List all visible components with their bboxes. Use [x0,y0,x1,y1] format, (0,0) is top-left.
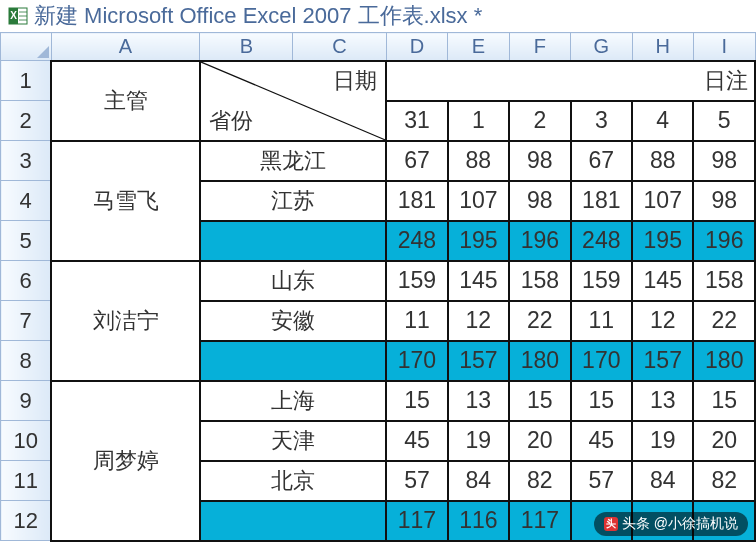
cell-value[interactable]: 98 [693,181,755,221]
cell-total[interactable]: 116 [448,501,509,541]
cell-value[interactable]: 158 [693,261,755,301]
cell-province[interactable]: 江苏 [200,181,387,221]
cell-province[interactable]: 山东 [200,261,387,301]
cell-day[interactable]: 4 [632,101,693,141]
row-header-11[interactable]: 11 [1,461,52,501]
row-header-8[interactable]: 8 [1,341,52,381]
cell-value[interactable]: 22 [509,301,570,341]
cell-value[interactable]: 67 [386,141,447,181]
cell-total-blank[interactable] [200,501,387,541]
cell-supervisor-name[interactable]: 刘洁宁 [51,261,199,381]
cell-province[interactable]: 北京 [200,461,387,501]
cell-province[interactable]: 黑龙江 [200,141,387,181]
cell-value[interactable]: 45 [571,421,632,461]
cell-value[interactable]: 82 [693,461,755,501]
col-header-F[interactable]: F [509,33,570,61]
cell-diagonal-header[interactable]: 日期 省份 [200,61,387,141]
cell-value[interactable]: 12 [632,301,693,341]
cell-value[interactable]: 11 [571,301,632,341]
col-header-I[interactable]: I [693,33,755,61]
cell-value[interactable]: 12 [448,301,509,341]
cell-total[interactable]: 117 [509,501,570,541]
cell-value[interactable]: 57 [386,461,447,501]
table-row[interactable]: 1 主管 日期 省份 日注 [1,61,756,101]
cell-value[interactable]: 98 [693,141,755,181]
cell-value[interactable]: 15 [509,381,570,421]
cell-value[interactable]: 11 [386,301,447,341]
cell-value[interactable]: 88 [632,141,693,181]
cell-total[interactable]: 157 [632,341,693,381]
cell-total[interactable]: 195 [448,221,509,261]
cell-value[interactable]: 45 [386,421,447,461]
cell-value[interactable]: 15 [693,381,755,421]
cell-value[interactable]: 98 [509,141,570,181]
select-all-corner[interactable] [1,33,52,61]
cell-day[interactable]: 31 [386,101,447,141]
cell-total[interactable]: 170 [386,341,447,381]
row-header-12[interactable]: 12 [1,501,52,541]
cell-day[interactable]: 2 [509,101,570,141]
col-header-B[interactable]: B [200,33,293,61]
row-header-2[interactable]: 2 [1,101,52,141]
cell-day[interactable]: 1 [448,101,509,141]
row-header-9[interactable]: 9 [1,381,52,421]
table-row[interactable]: 3 马雪飞 黑龙江 67 88 98 67 88 98 [1,141,756,181]
cell-value[interactable]: 88 [448,141,509,181]
row-header-4[interactable]: 4 [1,181,52,221]
cell-value[interactable]: 15 [571,381,632,421]
cell-total[interactable]: 196 [509,221,570,261]
col-header-A[interactable]: A [51,33,199,61]
col-header-H[interactable]: H [632,33,693,61]
row-header-3[interactable]: 3 [1,141,52,181]
cell-day[interactable]: 3 [571,101,632,141]
cell-value[interactable]: 57 [571,461,632,501]
cell-value[interactable]: 98 [509,181,570,221]
spreadsheet-grid[interactable]: A B C D E F G H I 1 主管 日期 省份 日注 2 31 1 [0,32,756,542]
cell-supervisor-name[interactable]: 周梦婷 [51,381,199,541]
cell-province[interactable]: 天津 [200,421,387,461]
cell-value[interactable]: 84 [632,461,693,501]
cell-total[interactable]: 195 [632,221,693,261]
cell-total[interactable]: 170 [571,341,632,381]
cell-value[interactable]: 159 [386,261,447,301]
cell-right-label[interactable]: 日注 [386,61,755,101]
table-row[interactable]: 6 刘洁宁 山东 159 145 158 159 145 158 [1,261,756,301]
cell-total[interactable]: 196 [693,221,755,261]
cell-value[interactable]: 181 [386,181,447,221]
cell-value[interactable]: 20 [509,421,570,461]
row-header-5[interactable]: 5 [1,221,52,261]
cell-total[interactable]: 180 [693,341,755,381]
cell-value[interactable]: 22 [693,301,755,341]
cell-value[interactable]: 84 [448,461,509,501]
row-header-1[interactable]: 1 [1,61,52,101]
cell-value[interactable]: 145 [448,261,509,301]
cell-value[interactable]: 13 [632,381,693,421]
cell-value[interactable]: 67 [571,141,632,181]
cell-value[interactable]: 107 [448,181,509,221]
cell-province[interactable]: 上海 [200,381,387,421]
cell-value[interactable]: 107 [632,181,693,221]
col-header-G[interactable]: G [571,33,632,61]
column-header-row[interactable]: A B C D E F G H I [1,33,756,61]
cell-value[interactable]: 145 [632,261,693,301]
cell-value[interactable]: 19 [448,421,509,461]
cell-value[interactable]: 20 [693,421,755,461]
row-header-10[interactable]: 10 [1,421,52,461]
row-header-7[interactable]: 7 [1,301,52,341]
cell-value[interactable]: 13 [448,381,509,421]
cell-supervisor-label[interactable]: 主管 [51,61,199,141]
cell-total[interactable]: 180 [509,341,570,381]
cell-total[interactable]: 157 [448,341,509,381]
cell-value[interactable]: 82 [509,461,570,501]
col-header-C[interactable]: C [293,33,386,61]
cell-total[interactable]: 248 [386,221,447,261]
cell-supervisor-name[interactable]: 马雪飞 [51,141,199,261]
col-header-E[interactable]: E [448,33,509,61]
row-header-6[interactable]: 6 [1,261,52,301]
cell-total[interactable]: 248 [571,221,632,261]
cell-value[interactable]: 159 [571,261,632,301]
cell-value[interactable]: 19 [632,421,693,461]
cell-total-blank[interactable] [200,221,387,261]
cell-province[interactable]: 安徽 [200,301,387,341]
table-row[interactable]: 9 周梦婷 上海 15 13 15 15 13 15 [1,381,756,421]
